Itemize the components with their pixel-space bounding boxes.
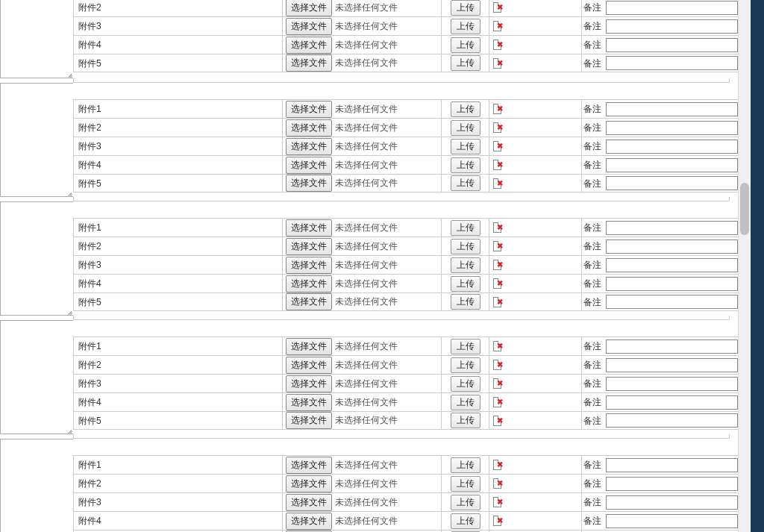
upload-button[interactable]: 上传 — [451, 395, 480, 410]
delete-file-icon[interactable]: ✖ — [493, 222, 504, 234]
choose-file-button[interactable]: 选择文件 — [286, 457, 332, 474]
upload-button[interactable]: 上传 — [451, 457, 480, 473]
upload-button[interactable]: 上传 — [451, 257, 480, 273]
choose-file-button[interactable]: 选择文件 — [286, 412, 332, 429]
remark-input[interactable] — [606, 358, 738, 372]
delete-file-icon[interactable]: ✖ — [493, 378, 504, 389]
remark-input[interactable] — [606, 19, 738, 34]
delete-file-icon[interactable]: ✖ — [493, 1, 504, 13]
choose-file-button[interactable]: 选择文件 — [286, 138, 332, 155]
delete-file-icon[interactable]: ✖ — [493, 20, 504, 32]
choose-file-button[interactable]: 选择文件 — [286, 175, 332, 192]
remark-input[interactable] — [606, 458, 738, 472]
resize-handle-icon[interactable] — [66, 307, 73, 315]
group-description-box[interactable] — [0, 83, 73, 197]
remark-input[interactable] — [606, 158, 738, 172]
delete-file-icon[interactable]: ✖ — [493, 140, 504, 152]
choose-file-button[interactable]: 选择文件 — [286, 375, 332, 392]
remark-input[interactable] — [606, 514, 738, 528]
upload-button[interactable]: 上传 — [451, 276, 480, 292]
delete-file-icon[interactable]: ✖ — [493, 396, 504, 408]
upload-button[interactable]: 上传 — [451, 139, 480, 154]
choose-file-button[interactable]: 选择文件 — [286, 54, 332, 72]
delete-file-icon[interactable]: ✖ — [493, 415, 504, 427]
choose-file-button[interactable]: 选择文件 — [286, 513, 332, 530]
choose-file-button[interactable]: 选择文件 — [286, 157, 332, 174]
delete-file-icon[interactable]: ✖ — [493, 496, 504, 508]
remark-input[interactable] — [606, 240, 738, 254]
delete-file-icon[interactable]: ✖ — [493, 515, 504, 527]
choose-file-button[interactable]: 选择文件 — [286, 338, 332, 355]
choose-file-button[interactable]: 选择文件 — [286, 37, 332, 54]
upload-button[interactable]: 上传 — [451, 476, 480, 492]
group-description-box[interactable] — [0, 320, 73, 434]
remark-input[interactable] — [606, 56, 738, 70]
delete-file-icon[interactable]: ✖ — [493, 459, 504, 471]
choose-file-button[interactable]: 选择文件 — [286, 101, 332, 118]
choose-file-button[interactable]: 选择文件 — [286, 219, 332, 237]
delete-file-icon[interactable]: ✖ — [493, 178, 504, 190]
remark-input[interactable] — [606, 477, 738, 491]
remark-input[interactable] — [606, 277, 738, 291]
upload-button[interactable]: 上传 — [451, 339, 480, 354]
choose-file-button[interactable]: 选择文件 — [286, 475, 332, 492]
choose-file-button[interactable]: 选择文件 — [286, 394, 332, 411]
upload-button[interactable]: 上传 — [451, 55, 480, 71]
remark-input[interactable] — [606, 1, 738, 15]
remark-input[interactable] — [606, 221, 738, 235]
scrollbar-thumb[interactable] — [740, 183, 749, 235]
delete-file-icon[interactable]: ✖ — [493, 296, 504, 308]
choose-file-button[interactable]: 选择文件 — [286, 293, 332, 310]
upload-button[interactable]: 上传 — [451, 495, 480, 510]
delete-file-icon[interactable]: ✖ — [493, 240, 504, 252]
remark-input[interactable] — [606, 339, 738, 354]
resize-handle-icon[interactable] — [66, 189, 73, 196]
choose-file-button[interactable]: 选择文件 — [286, 257, 332, 274]
remark-input[interactable] — [606, 295, 738, 309]
delete-file-icon[interactable]: ✖ — [493, 478, 504, 489]
choose-file-button[interactable]: 选择文件 — [286, 357, 332, 374]
delete-file-icon[interactable]: ✖ — [493, 103, 504, 115]
upload-button[interactable]: 上传 — [451, 37, 480, 53]
delete-file-icon[interactable]: ✖ — [493, 278, 504, 290]
remark-input[interactable] — [606, 495, 738, 510]
choose-file-button[interactable]: 选择文件 — [286, 238, 332, 255]
upload-button[interactable]: 上传 — [451, 0, 480, 16]
upload-button[interactable]: 上传 — [451, 376, 480, 392]
upload-button[interactable]: 上传 — [451, 239, 480, 254]
remark-input[interactable] — [606, 413, 738, 428]
remark-input[interactable] — [606, 377, 738, 391]
choose-file-button[interactable]: 选择文件 — [286, 275, 332, 292]
upload-button[interactable]: 上传 — [451, 357, 480, 373]
upload-button[interactable]: 上传 — [451, 220, 480, 236]
remark-input[interactable] — [606, 395, 738, 410]
group-description-box[interactable] — [0, 0, 73, 78]
upload-button[interactable]: 上传 — [451, 294, 480, 310]
delete-file-icon[interactable]: ✖ — [493, 159, 504, 171]
group-description-box[interactable] — [0, 439, 73, 532]
resize-handle-icon[interactable] — [66, 70, 73, 78]
delete-file-icon[interactable]: ✖ — [493, 340, 504, 352]
upload-button[interactable]: 上传 — [451, 413, 480, 428]
remark-input[interactable] — [606, 121, 738, 135]
remark-input[interactable] — [606, 102, 738, 116]
delete-file-icon[interactable]: ✖ — [493, 39, 504, 51]
delete-file-icon[interactable]: ✖ — [493, 259, 504, 271]
delete-file-icon[interactable]: ✖ — [493, 57, 504, 69]
upload-button[interactable]: 上传 — [451, 157, 480, 173]
remark-input[interactable] — [606, 140, 738, 154]
upload-button[interactable]: 上传 — [451, 19, 480, 34]
remark-input[interactable] — [606, 38, 738, 52]
delete-file-icon[interactable]: ✖ — [493, 122, 504, 134]
group-description-box[interactable] — [0, 201, 73, 316]
upload-button[interactable]: 上传 — [451, 101, 480, 117]
vertical-scrollbar[interactable] — [738, 0, 750, 532]
choose-file-button[interactable]: 选择文件 — [286, 18, 332, 35]
upload-button[interactable]: 上传 — [451, 513, 480, 529]
choose-file-button[interactable]: 选择文件 — [286, 119, 332, 137]
upload-button[interactable]: 上传 — [451, 175, 480, 191]
delete-file-icon[interactable]: ✖ — [493, 359, 504, 371]
remark-input[interactable] — [606, 176, 738, 190]
upload-button[interactable]: 上传 — [451, 120, 480, 136]
choose-file-button[interactable]: 选择文件 — [286, 494, 332, 511]
